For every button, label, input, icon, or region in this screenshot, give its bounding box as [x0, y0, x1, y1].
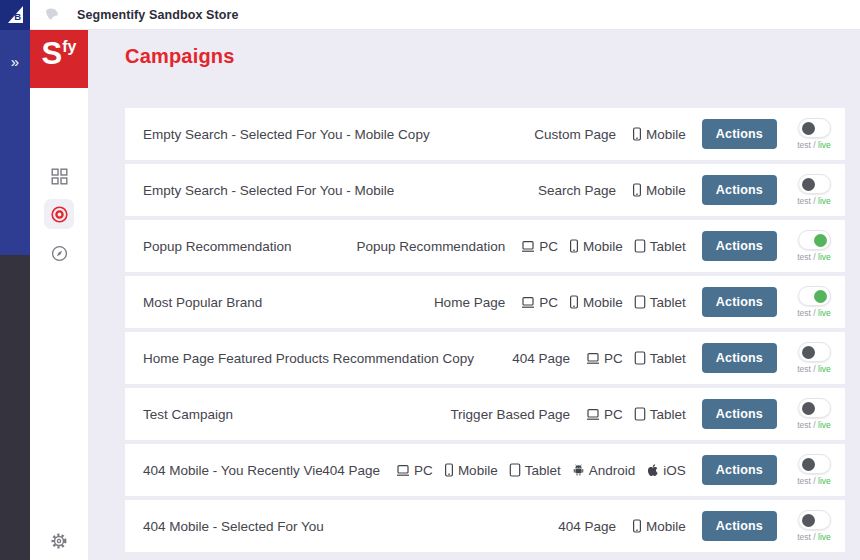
- campaign-row-right: 404 Page PCTablet Actions test / live: [512, 342, 835, 374]
- main-content: Campaigns Empty Search - Selected For Yo…: [88, 30, 860, 560]
- device-ios: iOS: [646, 463, 686, 478]
- campaign-page: 404 Page: [322, 463, 380, 478]
- status-toggle[interactable]: [798, 174, 831, 194]
- toggle-test-label: test: [797, 420, 811, 430]
- campaign-row: Empty Search - Selected For You - Mobile…: [125, 108, 845, 161]
- toggle-label: test / live: [797, 364, 831, 374]
- device-tablet: Tablet: [509, 463, 561, 478]
- device-label: Tablet: [650, 239, 686, 254]
- toggle-label: test / live: [797, 140, 831, 150]
- device-label: PC: [539, 295, 558, 310]
- device-label: Mobile: [458, 463, 498, 478]
- actions-button[interactable]: Actions: [702, 231, 777, 261]
- bigcommerce-logo[interactable]: B: [0, 0, 30, 30]
- toggle-separator: /: [813, 532, 815, 542]
- status-toggle[interactable]: [798, 510, 831, 530]
- campaign-name: Most Popular Brand: [143, 295, 434, 310]
- tablet-icon: [509, 463, 521, 477]
- sidebar-item-dashboard[interactable]: [44, 161, 74, 191]
- status-toggle[interactable]: [798, 118, 831, 138]
- toggle-live-label: live: [818, 252, 831, 262]
- sidebar-item-settings[interactable]: [44, 526, 74, 556]
- device-label: Tablet: [650, 295, 686, 310]
- device-label: Mobile: [646, 519, 686, 534]
- device-list: PCMobileTabletAndroidiOS: [396, 463, 686, 478]
- status-toggle[interactable]: [798, 398, 831, 418]
- campaign-name: Empty Search - Selected For You - Mobile: [143, 183, 538, 198]
- device-mobile: Mobile: [444, 463, 498, 478]
- dove-icon[interactable]: [43, 7, 60, 22]
- campaign-page: Search Page: [538, 183, 616, 198]
- sidebar-collapse-button[interactable]: »: [0, 50, 30, 74]
- actions-button[interactable]: Actions: [702, 287, 777, 317]
- toggle-live-label: live: [818, 140, 831, 150]
- toggle-label: test / live: [797, 196, 831, 206]
- actions-button[interactable]: Actions: [702, 455, 777, 485]
- toggle-label: test / live: [797, 476, 831, 486]
- mobile-icon: [569, 295, 579, 309]
- status-toggle[interactable]: [798, 286, 831, 306]
- toggle-knob: [802, 122, 815, 135]
- device-label: PC: [539, 239, 558, 254]
- campaign-page: Popup Recommendation: [357, 239, 506, 254]
- page-title: Campaigns: [125, 45, 235, 68]
- sail-icon: B: [4, 4, 26, 26]
- device-mobile: Mobile: [632, 183, 686, 198]
- device-label: Tablet: [525, 463, 561, 478]
- toggle-separator: /: [813, 364, 815, 374]
- toggle-test-label: test: [797, 140, 811, 150]
- sidebar-item-discover[interactable]: [44, 238, 74, 268]
- device-label: Tablet: [650, 351, 686, 366]
- toggle-column: test / live: [793, 230, 835, 262]
- device-label: Tablet: [650, 407, 686, 422]
- device-list: PCMobileTablet: [521, 239, 686, 254]
- grid-icon: [51, 168, 68, 185]
- toggle-column: test / live: [793, 398, 835, 430]
- actions-button[interactable]: Actions: [702, 175, 777, 205]
- toggle-knob: [802, 178, 815, 191]
- toggle-knob: [814, 290, 827, 303]
- device-label: PC: [604, 351, 623, 366]
- device-list: PCMobileTablet: [521, 295, 686, 310]
- mobile-icon: [444, 463, 454, 477]
- actions-button[interactable]: Actions: [702, 343, 777, 373]
- device-mobile: Mobile: [632, 127, 686, 142]
- device-pc: PC: [521, 239, 558, 254]
- tablet-icon: [634, 295, 646, 309]
- status-toggle[interactable]: [798, 230, 831, 250]
- pc-icon: [586, 352, 600, 365]
- toggle-column: test / live: [793, 454, 835, 486]
- campaign-row: Popup Recommendation Popup Recommendatio…: [125, 220, 845, 273]
- toggle-separator: /: [813, 196, 815, 206]
- campaign-row: Test Campaign Trigger Based Page PCTable…: [125, 388, 845, 441]
- topbar: B Segmentify Sandbox Store: [0, 0, 860, 30]
- actions-button[interactable]: Actions: [702, 119, 777, 149]
- status-toggle[interactable]: [798, 454, 831, 474]
- ios-icon: [646, 463, 659, 477]
- toggle-test-label: test: [797, 476, 811, 486]
- device-label: Android: [589, 463, 636, 478]
- device-label: PC: [414, 463, 433, 478]
- segmentify-logo[interactable]: S fy: [30, 30, 88, 88]
- campaign-page: Custom Page: [534, 127, 616, 142]
- device-list: PCTablet: [586, 351, 686, 366]
- toggle-test-label: test: [797, 252, 811, 262]
- campaign-page: 404 Page: [558, 519, 616, 534]
- sidebar-item-campaigns[interactable]: [44, 199, 74, 229]
- device-list: Mobile: [632, 519, 686, 534]
- actions-button[interactable]: Actions: [702, 511, 777, 541]
- mobile-icon: [632, 519, 642, 533]
- actions-button[interactable]: Actions: [702, 399, 777, 429]
- segmentify-logo-fy: fy: [62, 39, 76, 55]
- campaign-name: Test Campaign: [143, 407, 450, 422]
- status-toggle[interactable]: [798, 342, 831, 362]
- device-label: Mobile: [583, 295, 623, 310]
- campaign-row: Empty Search - Selected For You - Mobile…: [125, 164, 845, 217]
- device-label: Mobile: [583, 239, 623, 254]
- target-icon: [50, 205, 69, 224]
- device-pc: PC: [586, 407, 623, 422]
- tablet-icon: [634, 351, 646, 365]
- campaign-row-right: 404 Page PCMobileTabletAndroidiOS Action…: [322, 454, 835, 486]
- device-mobile: Mobile: [569, 239, 623, 254]
- device-list: Mobile: [632, 127, 686, 142]
